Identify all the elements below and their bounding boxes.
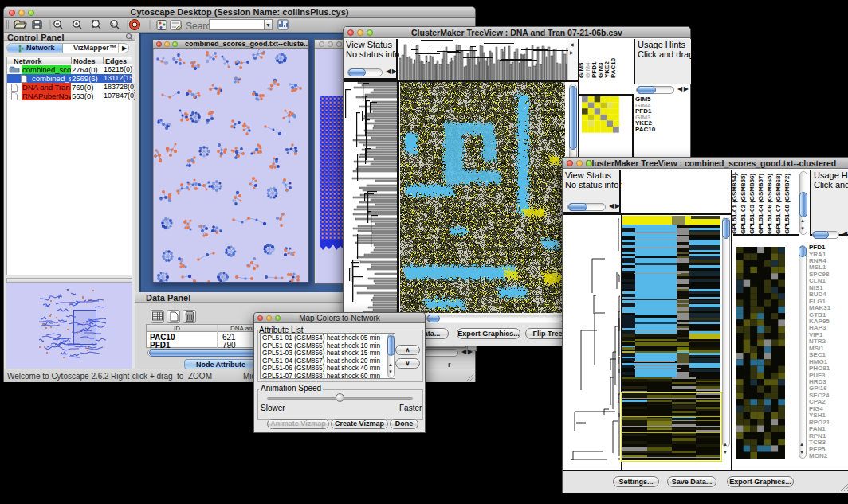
- svg-text:1:1: 1:1: [112, 22, 117, 27]
